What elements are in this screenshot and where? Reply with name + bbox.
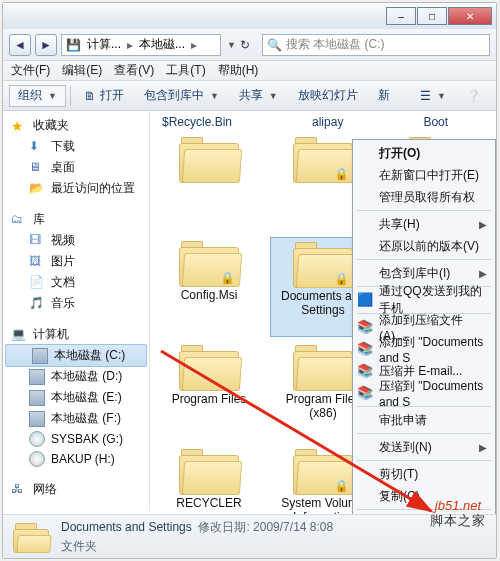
nav-drive-c[interactable]: 本地磁盘 (C:) (5, 344, 147, 367)
menu-item-icon: 📚 (357, 363, 373, 379)
nav-drive-g[interactable]: SYSBAK (G:) (3, 429, 149, 449)
open-icon: 🗎 (84, 89, 96, 103)
chevron-right-icon: ▸ (191, 38, 197, 52)
menu-item-label: 管理员取得所有权 (379, 189, 475, 206)
nav-network[interactable]: 🖧网络 (3, 479, 149, 500)
context-menu-item[interactable]: 📚压缩到 "Documents and S (353, 382, 495, 404)
folder-label: Config.Msi (181, 289, 238, 303)
context-menu-item[interactable]: 管理员取得所有权 (353, 186, 495, 208)
context-menu-item[interactable]: 📚添加到 "Documents and S (353, 338, 495, 360)
nav-drive-d[interactable]: 本地磁盘 (D:) (3, 366, 149, 387)
breadcrumb[interactable]: 💾 计算... ▸ 本地磁... ▸ (61, 34, 221, 56)
folder-item[interactable] (156, 133, 262, 233)
chevron-right-icon: ▸ (127, 38, 133, 52)
folder-icon: 🔒 (291, 240, 355, 288)
menu-item-label: 发送到(N) (379, 439, 432, 456)
titlebar: – □ ✕ (3, 3, 496, 29)
minimize-button[interactable]: – (386, 7, 416, 25)
nav-drive-h[interactable]: BAKUP (H:) (3, 449, 149, 469)
menu-item-icon: 🟦 (357, 292, 373, 308)
col-name[interactable]: $Recycle.Bin (162, 115, 232, 129)
status-meta: 修改日期: 2009/7/14 8:08 (198, 520, 333, 534)
nav-documents[interactable]: 📄文档 (3, 272, 149, 293)
menu-item-label: 共享(H) (379, 216, 420, 233)
menu-item-icon: 📚 (357, 385, 373, 401)
menu-item-label: 打开(O) (379, 145, 420, 162)
slideshow-button[interactable]: 放映幻灯片 (289, 85, 367, 107)
folder-icon (177, 135, 241, 183)
nav-computer[interactable]: 💻计算机 (3, 324, 149, 345)
nav-pane: ★收藏夹 ⬇下载 🖥桌面 📂最近访问的位置 🗂库 🎞视频 🖼图片 📄文档 🎵音乐… (3, 111, 150, 511)
search-placeholder: 搜索 本地磁盘 (C:) (286, 36, 385, 53)
menu-item-label: 包含到库中(I) (379, 265, 450, 282)
col-name[interactable]: Boot (423, 115, 448, 129)
menu-help[interactable]: 帮助(H) (214, 62, 263, 79)
col-name[interactable]: alipay (312, 115, 343, 129)
search-input[interactable]: 🔍 搜索 本地磁盘 (C:) (262, 34, 490, 56)
menu-tools[interactable]: 工具(T) (162, 62, 209, 79)
lock-icon: 🔒 (220, 271, 235, 285)
context-menu-item[interactable]: 在新窗口中打开(E) (353, 164, 495, 186)
folder-icon (177, 447, 241, 495)
watermark: jb51.net 脚本之家 (430, 499, 486, 528)
breadcrumb-segment[interactable]: 计算... (85, 36, 123, 53)
menu-item-label: 剪切(T) (379, 466, 418, 483)
nav-videos[interactable]: 🎞视频 (3, 230, 149, 251)
submenu-arrow-icon: ▶ (479, 442, 487, 453)
context-menu-item[interactable]: 共享(H)▶ (353, 213, 495, 235)
folder-icon: 🔒 (291, 447, 355, 495)
menu-item-icon: 📚 (357, 341, 373, 357)
column-headers: $Recycle.Bin alipay Boot (156, 115, 490, 133)
nav-favorites[interactable]: ★收藏夹 (3, 115, 149, 136)
view-button[interactable]: ☰▼ (411, 85, 455, 107)
folder-icon (177, 343, 241, 391)
toolbar: 组织▼ 🗎打开 包含到库中▼ 共享▼ 放映幻灯片 新 ☰▼ ❔ (3, 81, 496, 111)
menu-item-label: 审批申请 (379, 412, 427, 429)
share-button[interactable]: 共享▼ (230, 85, 287, 107)
submenu-arrow-icon: ▶ (479, 219, 487, 230)
breadcrumb-dropdown-icon[interactable]: ▼ (227, 40, 236, 50)
menu-file[interactable]: 文件(F) (7, 62, 54, 79)
context-menu-item[interactable]: 包含到库中(I)▶ (353, 262, 495, 284)
include-library-button[interactable]: 包含到库中▼ (135, 85, 228, 107)
context-menu: 打开(O)在新窗口中打开(E)管理员取得所有权共享(H)▶还原以前的版本(V)包… (352, 139, 496, 559)
context-menu-item[interactable]: 🟦通过QQ发送到我的手机 (353, 289, 495, 311)
nav-music[interactable]: 🎵音乐 (3, 293, 149, 314)
nav-pictures[interactable]: 🖼图片 (3, 251, 149, 272)
context-menu-item[interactable]: 审批申请 (353, 409, 495, 431)
context-menu-item[interactable]: 还原以前的版本(V) (353, 235, 495, 257)
nav-back-button[interactable]: ◄ (9, 34, 31, 56)
nav-libraries[interactable]: 🗂库 (3, 209, 149, 230)
drive-icon: 💾 (66, 38, 81, 52)
context-menu-item[interactable]: 发送到(N)▶ (353, 436, 495, 458)
nav-recent[interactable]: 📂最近访问的位置 (3, 178, 149, 199)
close-button[interactable]: ✕ (448, 7, 492, 25)
folder-item[interactable]: Program Files (156, 341, 262, 441)
help-button[interactable]: ❔ (457, 85, 490, 107)
new-folder-button[interactable]: 新 (369, 85, 399, 107)
folder-item[interactable]: 🔒Config.Msi (156, 237, 262, 337)
context-menu-item[interactable]: 剪切(T) (353, 463, 495, 485)
folder-label: Program Files (172, 393, 247, 407)
lock-icon: 🔒 (334, 479, 349, 493)
address-bar: ◄ ► 💾 计算... ▸ 本地磁... ▸ ▼ ↻ 🔍 搜索 本地磁盘 (C:… (3, 29, 496, 61)
folder-icon: 🔒 (177, 239, 241, 287)
nav-drive-f[interactable]: 本地磁盘 (F:) (3, 408, 149, 429)
nav-forward-button[interactable]: ► (35, 34, 57, 56)
menu-item-label: 复制(C) (379, 488, 420, 505)
status-type: 文件夹 (61, 538, 333, 555)
nav-drive-e[interactable]: 本地磁盘 (E:) (3, 387, 149, 408)
folder-label: RECYCLER (176, 497, 241, 511)
nav-desktop[interactable]: 🖥桌面 (3, 157, 149, 178)
organize-button[interactable]: 组织▼ (9, 85, 66, 107)
open-button[interactable]: 🗎打开 (75, 85, 133, 107)
breadcrumb-segment[interactable]: 本地磁... (137, 36, 187, 53)
refresh-icon[interactable]: ↻ (240, 38, 250, 52)
context-menu-item[interactable]: 打开(O) (353, 142, 495, 164)
maximize-button[interactable]: □ (417, 7, 447, 25)
menu-edit[interactable]: 编辑(E) (58, 62, 106, 79)
status-folder-icon (11, 521, 51, 553)
menu-view[interactable]: 查看(V) (110, 62, 158, 79)
folder-icon: 🔒 (291, 135, 355, 183)
nav-downloads[interactable]: ⬇下载 (3, 136, 149, 157)
